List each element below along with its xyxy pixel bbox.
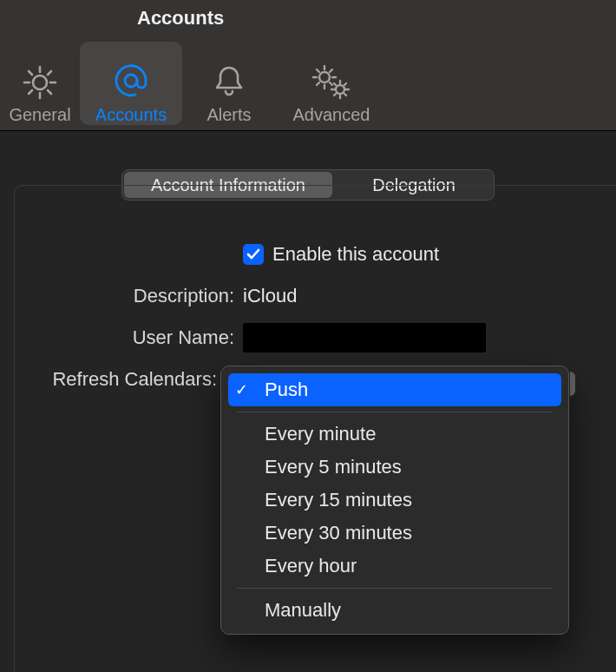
- menu-item-every-15-minutes[interactable]: Every 15 minutes: [228, 484, 561, 517]
- refresh-calendars-menu[interactable]: Push Every minute Every 5 minutes Every …: [220, 366, 569, 635]
- menu-item-push[interactable]: Push: [228, 373, 561, 406]
- menu-separator: [237, 588, 553, 589]
- toolbar-item-label: General: [9, 105, 70, 125]
- svg-line-15: [317, 69, 319, 72]
- username-row: User Name:: [0, 317, 616, 359]
- toolbar-item-advanced[interactable]: Advanced: [276, 42, 387, 125]
- enable-account-label: Enable this account: [272, 243, 439, 266]
- menu-item-every-hour[interactable]: Every hour: [228, 550, 561, 583]
- menu-item-every-minute[interactable]: Every minute: [228, 418, 561, 451]
- description-label: Description:: [0, 285, 243, 307]
- popup-arrow-edge: [570, 372, 575, 396]
- toolbar-item-label: Accounts: [95, 105, 167, 125]
- at-icon: [112, 58, 150, 100]
- svg-line-16: [330, 82, 332, 85]
- preferences-toolbar: General Accounts: [0, 42, 387, 125]
- description-row: Description: iCloud: [0, 275, 616, 317]
- bell-icon: [212, 58, 246, 100]
- toolbar-item-alerts[interactable]: Alerts: [182, 42, 276, 125]
- svg-line-25: [344, 94, 346, 96]
- menu-separator: [237, 412, 553, 412]
- menu-item-label: Every minute: [252, 423, 376, 445]
- svg-line-7: [48, 71, 51, 75]
- menu-item-label: Manually: [252, 599, 341, 622]
- svg-line-6: [48, 90, 51, 94]
- svg-line-5: [29, 71, 32, 75]
- window-title: Accounts: [137, 7, 224, 30]
- toolbar-item-general[interactable]: General: [0, 42, 80, 125]
- svg-line-24: [334, 83, 336, 85]
- svg-point-9: [125, 75, 137, 87]
- content-area: Account Information Delegation Enable th…: [0, 131, 616, 672]
- svg-point-0: [33, 76, 47, 89]
- gear-icon: [23, 58, 57, 100]
- svg-line-17: [330, 69, 332, 72]
- svg-line-18: [317, 82, 319, 85]
- toolbar-item-accounts[interactable]: Accounts: [80, 42, 182, 125]
- enable-account-row: Enable this account: [0, 234, 616, 275]
- menu-item-every-5-minutes[interactable]: Every 5 minutes: [228, 451, 561, 484]
- refresh-label: Refresh Calendars:: [0, 368, 226, 391]
- segmented-control: Account Information Delegation: [121, 169, 495, 201]
- tab-account-information[interactable]: Account Information: [124, 172, 332, 198]
- titlebar: Accounts: [0, 0, 616, 130]
- enable-account-checkbox[interactable]: [243, 244, 264, 265]
- svg-line-27: [334, 94, 336, 96]
- gears-icon: [311, 58, 352, 100]
- svg-line-26: [344, 83, 346, 85]
- menu-item-label: Every 5 minutes: [252, 456, 402, 478]
- username-value[interactable]: [243, 323, 486, 352]
- username-label: User Name:: [0, 326, 243, 349]
- menu-item-label: Every 15 minutes: [252, 489, 412, 511]
- toolbar-item-label: Advanced: [293, 105, 370, 125]
- menu-item-label: Every 30 minutes: [252, 522, 412, 544]
- description-value[interactable]: iCloud: [243, 285, 297, 307]
- svg-point-19: [336, 85, 344, 94]
- menu-item-every-30-minutes[interactable]: Every 30 minutes: [228, 517, 561, 550]
- svg-line-8: [29, 90, 32, 94]
- menu-item-label: Every hour: [252, 555, 357, 577]
- menu-item-manually[interactable]: Manually: [228, 594, 561, 627]
- menu-item-label: Push: [252, 379, 308, 401]
- toolbar-item-label: Alerts: [206, 105, 251, 125]
- svg-point-10: [319, 72, 330, 82]
- tab-delegation[interactable]: Delegation: [336, 172, 492, 198]
